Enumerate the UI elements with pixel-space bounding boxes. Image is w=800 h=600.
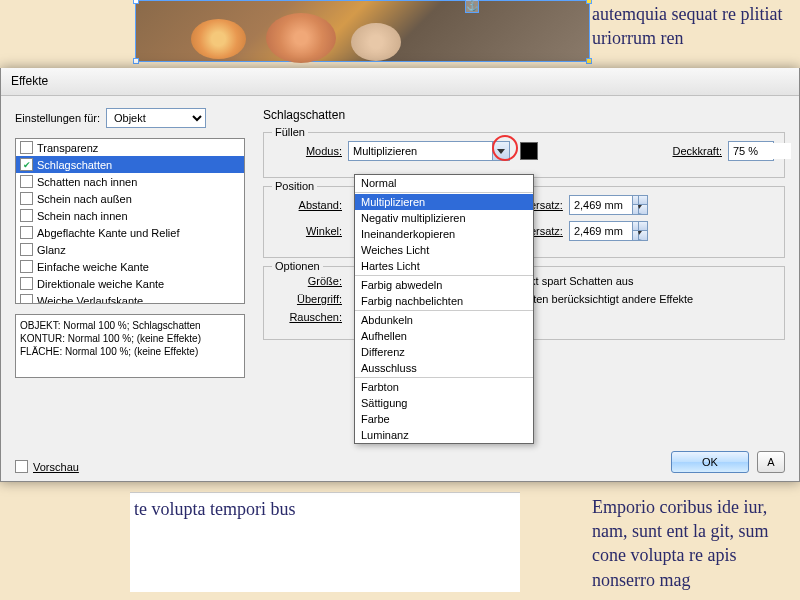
preview-label: Vorschau [33,461,79,473]
fill-group: Füllen Modus: Multiplizieren Deckkraft: [263,132,785,178]
mode-option[interactable]: Sättigung [355,395,533,411]
doc-text-1: autemquia sequat re plitiat uriorrum ren [592,2,792,51]
preview-checkbox[interactable] [15,460,28,473]
effects-list[interactable]: Transparenz✔SchlagschattenSchatten nach … [15,138,245,304]
effects-list-item[interactable]: Schatten nach innen [16,173,244,190]
ok-button[interactable]: OK [671,451,749,473]
effects-list-item[interactable]: ✔Schlagschatten [16,156,244,173]
effects-list-item[interactable]: Glanz [16,241,244,258]
effects-list-item[interactable]: Transparenz [16,139,244,156]
opacity-input[interactable] [728,141,774,161]
mode-label: Modus: [274,145,342,157]
checkbox-icon[interactable] [20,175,33,188]
mode-option[interactable]: Ineinanderkopieren [355,226,533,242]
mode-option[interactable]: Differenz [355,344,533,360]
checkbox-icon[interactable] [20,192,33,205]
anchor-icon: ⚓ [465,0,479,13]
checkbox-icon[interactable]: ✔ [20,158,33,171]
settings-for-label: Einstellungen für: [15,112,100,124]
mode-option[interactable]: Luminanz [355,427,533,443]
mode-option[interactable]: Farbig nachbelichten [355,293,533,309]
effects-list-item[interactable]: Schein nach innen [16,207,244,224]
effects-list-item[interactable]: Direktionale weiche Kante [16,275,244,292]
effects-summary: OBJEKT: Normal 100 %; SchlagschattenKONT… [15,314,245,378]
mode-option[interactable]: Normal [355,175,533,191]
opacity-label: Deckkraft: [672,145,722,157]
checkbox-icon[interactable] [20,243,33,256]
cancel-button-stub[interactable]: A [757,451,785,473]
mode-option[interactable]: Ausschluss [355,360,533,376]
mode-option[interactable]: Aufhellen [355,328,533,344]
checkbox-icon[interactable] [20,209,33,222]
mode-combo[interactable]: Multiplizieren [348,141,510,161]
effects-list-item[interactable]: Weiche Verlaufskante [16,292,244,304]
settings-for-select[interactable]: Objekt [106,108,206,128]
doc-text-3: Emporio coribus ide iur, nam, sunt ent l… [592,495,792,592]
checkbox-icon[interactable] [20,260,33,273]
checkbox-icon[interactable] [20,277,33,290]
noise-label: Rauschen: [274,311,342,323]
spread-label: Übergriff: [274,293,342,305]
doc-text-2: te volupta tempori bus [130,492,520,592]
section-title: Schlagschatten [263,108,785,122]
mode-option[interactable]: Farbe [355,411,533,427]
checkbox-icon[interactable] [20,226,33,239]
mode-option[interactable]: Weiches Licht [355,242,533,258]
x-offset-input[interactable] [569,195,648,215]
mode-option[interactable]: Farbton [355,379,533,395]
effects-list-item[interactable]: Einfache weiche Kante [16,258,244,275]
mode-option[interactable]: Hartes Licht [355,258,533,274]
angle-label: Winkel: [274,225,342,237]
image-frame[interactable]: ⚓ [135,0,590,62]
effects-list-item[interactable]: Abgeflachte Kante und Relief [16,224,244,241]
checkbox-icon[interactable] [20,141,33,154]
mode-option[interactable]: Negativ multiplizieren [355,210,533,226]
distance-label: Abstand: [274,199,342,211]
mode-option[interactable]: Multiplizieren [355,194,533,210]
mode-dropdown-menu[interactable]: NormalMultiplizierenNegativ multiplizier… [354,174,534,444]
color-swatch[interactable] [520,142,538,160]
mode-option[interactable]: Abdunkeln [355,312,533,328]
mode-dropdown-button[interactable] [492,142,509,160]
y-offset-input[interactable] [569,221,648,241]
effects-list-item[interactable]: Schein nach außen [16,190,244,207]
chevron-down-icon [497,149,505,154]
mode-option[interactable]: Farbig abwedeln [355,277,533,293]
dialog-title: Effekte [1,68,799,96]
checkbox-icon[interactable] [20,294,33,304]
size-label: Größe: [274,275,342,287]
